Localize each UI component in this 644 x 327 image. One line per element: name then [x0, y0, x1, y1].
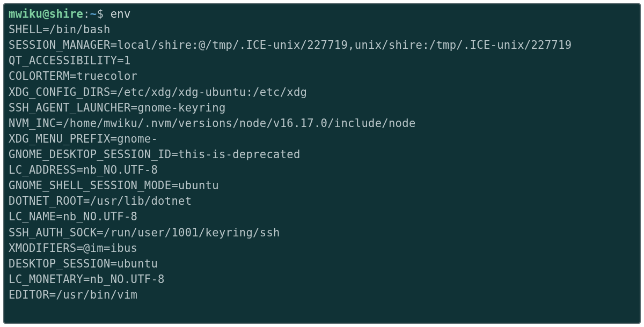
- env-output-line: SHELL=/bin/bash: [9, 22, 635, 38]
- env-output-line: LC_NAME=nb_NO.UTF-8: [9, 209, 635, 225]
- env-output-line: XMODIFIERS=@im=ibus: [9, 241, 635, 256]
- env-output-line: QT_ACCESSIBILITY=1: [9, 53, 635, 69]
- env-output-line: SSH_AGENT_LAUNCHER=gnome-keyring: [9, 100, 635, 116]
- env-output-line: SESSION_MANAGER=local/shire:@/tmp/.ICE-u…: [9, 38, 635, 53]
- env-output-line: EDITOR=/usr/bin/vim: [9, 287, 635, 303]
- env-output-line: XDG_MENU_PREFIX=gnome-: [9, 131, 635, 147]
- env-output-line: LC_ADDRESS=nb_NO.UTF-8: [9, 162, 635, 178]
- env-output-line: COLORTERM=truecolor: [9, 69, 635, 84]
- command-input: env: [111, 8, 131, 20]
- env-output-line: NVM_INC=/home/mwiku/.nvm/versions/node/v…: [9, 116, 635, 131]
- terminal-window[interactable]: mwiku@shire:~$ env SHELL=/bin/bash SESSI…: [3, 3, 641, 324]
- env-output-line: LC_MONETARY=nb_NO.UTF-8: [9, 272, 635, 287]
- prompt-colon: :: [83, 8, 90, 20]
- env-output-line: SSH_AUTH_SOCK=/run/user/1001/keyring/ssh: [9, 225, 635, 241]
- env-output-line: DOTNET_ROOT=/usr/lib/dotnet: [9, 194, 635, 209]
- env-output-line: GNOME_DESKTOP_SESSION_ID=this-is-depreca…: [9, 147, 635, 162]
- prompt-path: ~: [90, 8, 97, 20]
- env-output-line: DESKTOP_SESSION=ubuntu: [9, 256, 635, 272]
- prompt-dollar: $: [97, 8, 110, 20]
- prompt-user-host: mwiku@shire: [9, 8, 83, 20]
- env-output-line: GNOME_SHELL_SESSION_MODE=ubuntu: [9, 178, 635, 194]
- prompt-line: mwiku@shire:~$ env: [9, 6, 635, 22]
- env-output-line: XDG_CONFIG_DIRS=/etc/xdg/xdg-ubuntu:/etc…: [9, 85, 635, 100]
